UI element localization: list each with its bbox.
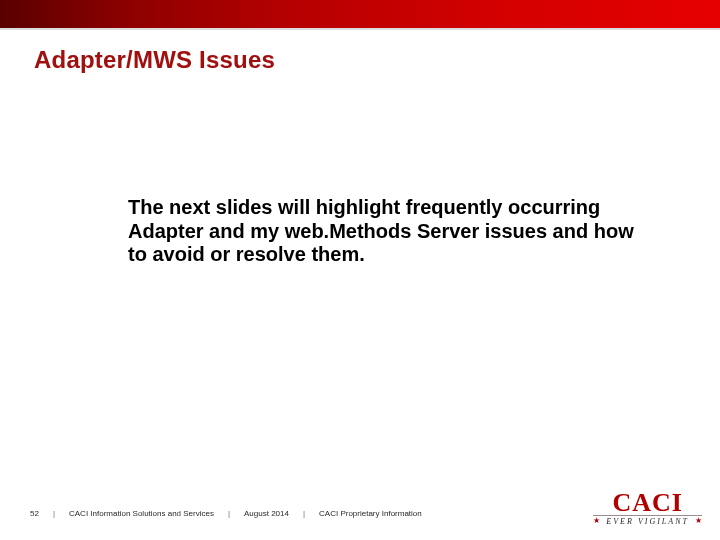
page-number: 52: [30, 509, 39, 518]
slide-title: Adapter/MWS Issues: [34, 46, 275, 74]
star-icon: ★: [695, 517, 702, 525]
footer-org: CACI Information Solutions and Services: [69, 509, 214, 518]
logo-tagline-row: ★ EVER VIGILANT ★: [593, 517, 702, 526]
logo-tagline: EVER VIGILANT: [606, 517, 689, 526]
star-icon: ★: [593, 517, 600, 525]
company-logo: CACI ★ EVER VIGILANT ★: [593, 491, 702, 526]
footer-date: August 2014: [244, 509, 289, 518]
separator-icon: |: [228, 509, 230, 518]
separator-icon: |: [53, 509, 55, 518]
slide: Adapter/MWS Issues The next slides will …: [0, 0, 720, 540]
header-bar: [0, 0, 720, 30]
separator-icon: |: [303, 509, 305, 518]
footer: 52 | CACI Information Solutions and Serv…: [30, 509, 422, 518]
footer-classification: CACI Proprietary Information: [319, 509, 422, 518]
logo-name: CACI: [593, 491, 702, 514]
body-text: The next slides will highlight frequentl…: [128, 196, 648, 267]
